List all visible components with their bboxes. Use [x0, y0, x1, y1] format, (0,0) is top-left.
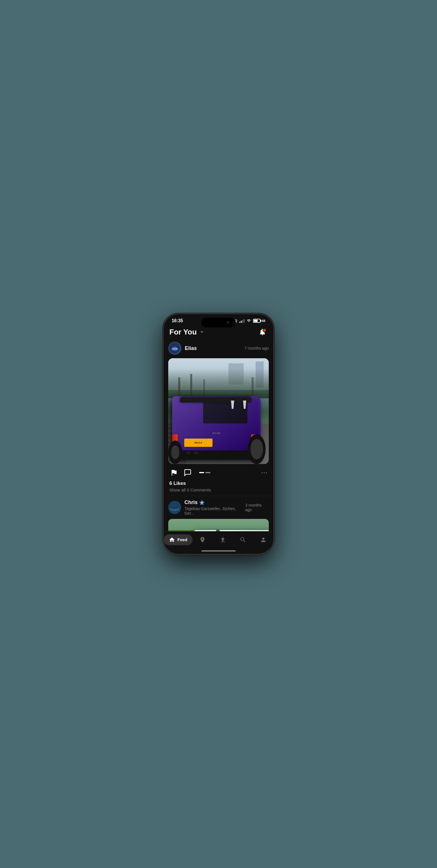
verified-badge-icon: [199, 499, 205, 506]
svg-text:CCG: CCG: [172, 348, 177, 350]
ellipsis-icon: ···: [261, 469, 268, 475]
phone-frame: 16:35: [163, 313, 274, 555]
search-icon: [240, 536, 246, 543]
post-2-time: 3 months ago: [245, 503, 269, 512]
location-icon: [199, 536, 206, 543]
bell-icon: [259, 328, 267, 336]
comment-button[interactable]: [183, 468, 192, 477]
nav-feed-label: Feed: [177, 537, 188, 542]
chris-avatar-image: [168, 501, 181, 514]
post-2-user[interactable]: Chris Tagebau Garzweiler, Jüchen, Ger...: [168, 499, 245, 516]
dynamic-island: [201, 318, 236, 328]
post-2-user-info: Chris Tagebau Garzweiler, Jüchen, Ger...: [184, 499, 245, 516]
nav-feed-pill[interactable]: Feed: [164, 534, 193, 545]
car-scene: GT3 RS 99113: [168, 358, 269, 464]
page-title: For You: [169, 328, 197, 337]
post-1: CCG Elias 7 months ago: [164, 342, 273, 496]
svg-point-0: [263, 329, 266, 332]
nav-location[interactable]: [193, 536, 213, 543]
post-1-time: 7 months ago: [244, 346, 269, 350]
like-button[interactable]: [169, 468, 178, 477]
notification-bell-button[interactable]: [257, 327, 268, 337]
signal-strength-icon: [239, 319, 244, 323]
page-dot-2: [205, 472, 210, 473]
post-1-username: Elias: [185, 345, 197, 351]
camera-dot: [227, 321, 229, 324]
upload-icon: [220, 536, 226, 543]
nav-profile[interactable]: [253, 536, 273, 543]
post-1-actions: ···: [168, 464, 269, 479]
post-1-header: CCG Elias 7 months ago: [168, 342, 269, 355]
likes-count: 6 Likes: [169, 480, 268, 486]
svg-marker-9: [199, 500, 204, 505]
home-icon: [169, 537, 175, 543]
elias-avatar: CCG: [168, 342, 181, 355]
svg-rect-8: [171, 506, 178, 509]
screen: 16:35: [164, 314, 273, 554]
more-options-button[interactable]: ···: [261, 469, 268, 476]
post-1-engagement: 6 Likes Show all 0 Comments: [168, 479, 269, 496]
post-2-username: Chris: [184, 499, 198, 505]
ccg-logo: CCG: [170, 343, 180, 353]
chevron-down-icon[interactable]: [199, 329, 205, 335]
nav-feed[interactable]: Feed: [164, 534, 193, 545]
status-icons: 68: [233, 318, 265, 323]
comments-link[interactable]: Show all 0 Comments: [169, 488, 268, 492]
post-1-user[interactable]: CCG Elias: [168, 342, 197, 355]
license-plate: 99113: [195, 441, 202, 444]
post-2-header: Chris Tagebau Garzweiler, Jüchen, Ger...…: [168, 499, 269, 516]
home-indicator: [201, 550, 236, 552]
flag-icon: [170, 469, 178, 476]
profile-icon: [260, 536, 267, 543]
battery-icon: 68: [253, 319, 265, 323]
post-2-subtitle: Tagebau Garzweiler, Jüchen, Ger...: [184, 506, 245, 516]
chris-avatar: [168, 501, 181, 514]
battery-level: 68: [262, 319, 265, 322]
page-indicator: [199, 472, 210, 473]
nav-upload[interactable]: [213, 536, 233, 543]
header-title-group[interactable]: For You: [169, 328, 205, 337]
nav-search[interactable]: [233, 536, 254, 543]
wifi-icon: [246, 319, 251, 323]
status-time: 16:35: [172, 318, 183, 323]
post-1-image[interactable]: GT3 RS 99113: [168, 358, 269, 464]
page-dot-1: [199, 472, 204, 473]
chat-icon: [183, 469, 192, 476]
